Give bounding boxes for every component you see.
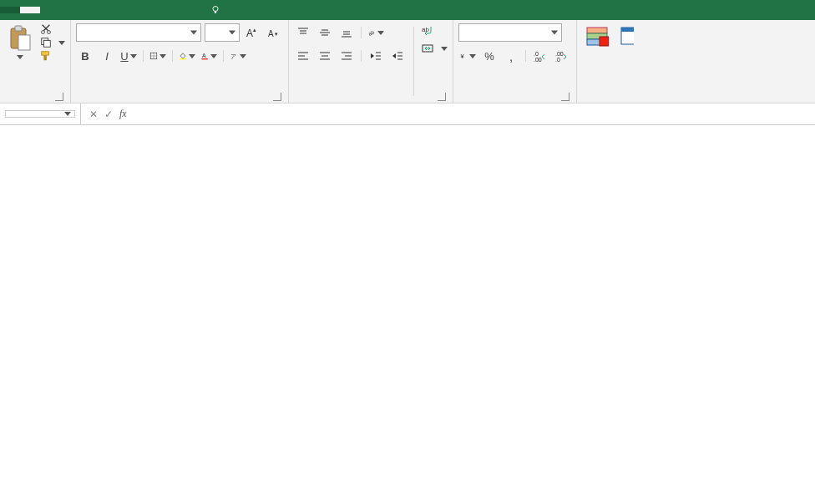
tab-page-layout[interactable] <box>80 7 100 13</box>
decrease-indent-button[interactable] <box>367 47 385 65</box>
chevron-down-icon <box>58 41 65 45</box>
fx-icon[interactable]: fx <box>119 108 127 120</box>
svg-text:.0: .0 <box>534 51 539 57</box>
chevron-down-icon <box>469 54 476 58</box>
dialog-launcher-icon[interactable] <box>55 93 63 101</box>
svg-rect-3 <box>15 26 22 31</box>
font-color-button[interactable]: A <box>200 47 218 65</box>
underline-button[interactable]: U <box>119 47 138 65</box>
chevron-down-icon <box>64 112 71 116</box>
align-bottom-button[interactable] <box>337 23 356 42</box>
svg-rect-57 <box>600 37 609 46</box>
svg-text:ア: ア <box>230 53 236 59</box>
cancel-icon[interactable]: ✕ <box>89 108 98 120</box>
wrap-text-button[interactable]: ab <box>421 23 448 37</box>
chevron-down-icon <box>240 54 246 58</box>
increase-indent-button[interactable] <box>388 47 407 65</box>
dialog-launcher-icon[interactable] <box>273 93 281 101</box>
tab-help[interactable] <box>180 7 200 13</box>
chevron-down-icon <box>441 47 448 51</box>
tab-review[interactable] <box>140 7 160 13</box>
svg-point-5 <box>42 31 45 34</box>
copy-button[interactable] <box>40 37 65 48</box>
italic-button[interactable]: I <box>98 47 116 65</box>
grow-font-button[interactable]: A▴ <box>243 23 261 42</box>
chevron-down-icon <box>190 31 197 35</box>
tell-me[interactable] <box>200 5 235 15</box>
svg-rect-59 <box>621 28 634 32</box>
group-styles <box>577 20 642 103</box>
dialog-launcher-icon[interactable] <box>561 93 569 101</box>
bulb-icon <box>210 5 220 15</box>
format-as-table-button[interactable] <box>617 23 637 52</box>
orientation-button[interactable]: ab <box>367 23 385 42</box>
align-middle-button[interactable] <box>316 23 334 42</box>
phonetic-button[interactable]: ア <box>229 47 247 65</box>
number-format-combo[interactable] <box>458 23 562 42</box>
align-right-button[interactable] <box>337 47 356 65</box>
svg-rect-54 <box>587 28 607 33</box>
tab-draw[interactable] <box>60 7 80 13</box>
svg-rect-18 <box>180 58 186 59</box>
chevron-down-icon <box>210 54 217 58</box>
tab-home[interactable] <box>20 7 40 13</box>
svg-text:A: A <box>202 53 206 58</box>
group-number: ¥ % , .0.00 .00.0 <box>453 20 577 103</box>
tab-insert[interactable] <box>40 7 60 13</box>
align-top-button[interactable] <box>294 23 312 42</box>
svg-text:.0: .0 <box>555 57 560 63</box>
svg-point-6 <box>48 31 51 34</box>
fill-color-button[interactable] <box>178 47 196 65</box>
svg-text:A: A <box>268 29 274 38</box>
name-box[interactable] <box>5 110 75 118</box>
merge-center-button[interactable] <box>421 42 448 55</box>
shrink-font-button[interactable]: A▾ <box>265 23 283 42</box>
borders-button[interactable] <box>149 47 167 65</box>
svg-text:.00: .00 <box>534 57 542 63</box>
enter-icon[interactable]: ✓ <box>104 108 113 120</box>
group-alignment: ab ab <box>289 20 453 103</box>
increase-decimal-button[interactable]: .0.00 <box>531 47 549 65</box>
group-clipboard <box>0 20 71 103</box>
font-size-combo[interactable] <box>205 23 240 42</box>
svg-text:¥: ¥ <box>460 53 464 60</box>
font-name-combo[interactable] <box>76 23 201 42</box>
align-center-button[interactable] <box>316 47 334 65</box>
svg-rect-10 <box>43 55 47 60</box>
chevron-down-icon <box>229 31 235 35</box>
formula-input[interactable] <box>135 108 815 120</box>
tab-formulas[interactable] <box>100 7 120 13</box>
chevron-down-icon <box>159 54 166 58</box>
formula-bar: ✕ ✓ fx <box>0 103 815 125</box>
tab-view[interactable] <box>160 7 180 13</box>
decrease-decimal-button[interactable]: .00.0 <box>553 47 571 65</box>
conditional-format-button[interactable] <box>582 23 612 52</box>
svg-point-0 <box>213 7 218 12</box>
chevron-down-icon <box>189 54 195 58</box>
comma-button[interactable]: , <box>502 47 520 65</box>
menu-tabs <box>0 0 815 20</box>
dialog-launcher-icon[interactable] <box>438 93 446 101</box>
group-font: A▴ A▾ B I U A ア <box>71 20 289 103</box>
tab-file[interactable] <box>0 7 20 13</box>
svg-rect-1 <box>215 12 216 13</box>
cut-button[interactable] <box>40 23 65 35</box>
svg-text:▾: ▾ <box>275 31 278 37</box>
format-painter-button[interactable] <box>40 50 65 62</box>
percent-button[interactable]: % <box>480 47 499 65</box>
tab-data[interactable] <box>120 7 140 13</box>
paste-button[interactable] <box>5 23 35 61</box>
bold-button[interactable]: B <box>76 47 94 65</box>
svg-text:.00: .00 <box>555 51 564 57</box>
svg-text:ab: ab <box>367 28 375 36</box>
svg-text:▴: ▴ <box>253 27 256 33</box>
chevron-down-icon <box>551 31 558 35</box>
chevron-down-icon <box>377 31 384 35</box>
svg-rect-20 <box>201 58 208 59</box>
align-left-button[interactable] <box>294 47 312 65</box>
svg-text:A: A <box>246 28 253 39</box>
chevron-down-icon <box>17 55 23 59</box>
chevron-down-icon <box>130 54 137 58</box>
svg-rect-4 <box>18 35 30 50</box>
accounting-format-button[interactable]: ¥ <box>458 47 477 65</box>
